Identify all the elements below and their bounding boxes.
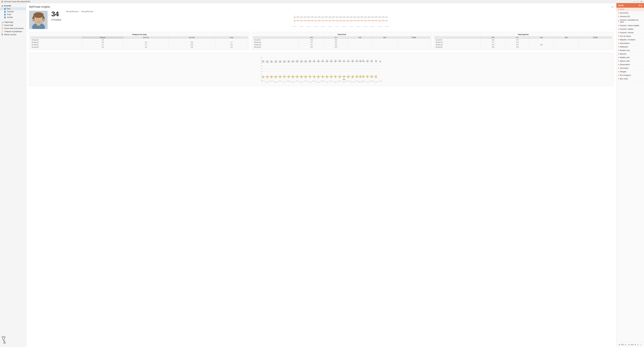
svg-text:75.3: 75.3 — [305, 60, 307, 61]
title-bar-controls[interactable]: — □ ✕ — [632, 0, 643, 2]
nav-bullet — [618, 12, 619, 13]
nav-item-documents[interactable]: Documents — [616, 11, 644, 15]
svg-text:22.3: 22.3 — [262, 77, 264, 78]
nav-label-mesures: Mesures — [620, 53, 626, 55]
nav-item-modele-labo[interactable]: Modèle Labo — [616, 56, 644, 59]
nav-item-vaccination[interactable]: Vaccination — [616, 66, 644, 70]
year-left-next-button[interactable]: ▶ — [625, 344, 627, 346]
svg-text:77.9: 77.9 — [375, 60, 377, 61]
table-row: 23-Sep-22 1.0 — [31, 39, 248, 41]
nav-label-flux: Flux de caisse — [620, 35, 631, 37]
svg-text:23: 23 — [309, 77, 310, 78]
year-right-next-button[interactable]: ▶ — [634, 344, 637, 346]
analyses-icon: 📈 — [2, 30, 4, 32]
svg-point-147 — [352, 61, 353, 62]
svg-point-131 — [318, 61, 319, 62]
svg-point-28 — [326, 16, 327, 17]
svg-point-33 — [344, 16, 345, 18]
nav-label-don-organes: Don d'organes — [620, 74, 631, 76]
blood-hdl-4: 0.9 — [168, 46, 215, 48]
member-name-jennifer: Jennifer — [7, 16, 13, 18]
svg-text:Dec '22: Dec '22 — [351, 81, 354, 83]
year-left-prev-button[interactable]: ◀ — [618, 344, 620, 346]
svg-text:01-Dec-21: 01-Dec-21 — [364, 26, 368, 27]
nav-item-factures-caisse[interactable]: Factures / caisse maladie — [616, 24, 644, 27]
eye-tables: Oeuil droit SPH CYL AXE ADD PRISM — [252, 32, 614, 50]
blood-glucose-1: 1.0 — [82, 39, 123, 41]
svg-text:01-Aug-21: 01-Aug-21 — [335, 26, 339, 27]
svg-point-50 — [308, 20, 309, 21]
nav-item-rendezvous[interactable]: Rendez-vous — [616, 49, 644, 52]
blood-col-trigly: TriGly — [215, 36, 248, 39]
pin-icon[interactable]: 📌 — [636, 4, 638, 6]
nav-item-factures-resume[interactable]: Factures / résumé — [616, 31, 644, 34]
nav-bullet — [618, 29, 619, 29]
svg-point-198 — [339, 76, 340, 77]
svg-text:22.3: 22.3 — [266, 77, 268, 78]
nav-item-observations[interactable]: Observations — [616, 63, 644, 66]
sidebar-item-jennifer[interactable]: 👤 Jennifer — [0, 16, 26, 19]
nav-label-factures-caisse: Factures / caisse maladie — [620, 24, 639, 26]
blood-table-title: Analyses du sang — [31, 33, 248, 35]
svg-text:22.8: 22.8 — [296, 77, 298, 78]
svg-point-23 — [308, 16, 309, 18]
og-col-add: ADD — [554, 36, 579, 39]
table-row: 19-Nov-21-0.6-0.30.0 — [435, 43, 612, 46]
svg-point-26 — [319, 16, 320, 17]
nav-item-valeurs-labo[interactable]: Valeurs Labo — [616, 59, 644, 63]
nav-item-factures-traitees[interactable]: Factures / traitées — [616, 27, 644, 31]
svg-text:Aug '22: Aug '22 — [334, 81, 337, 83]
svg-point-182 — [305, 76, 306, 77]
nav-item-don-organes[interactable]: Don d'organes — [616, 73, 644, 77]
sidebar-nav-rapportage[interactable]: 📊 Rapportage — [0, 20, 26, 24]
sidebar-item-frank[interactable]: 👤 Frank — [0, 13, 26, 16]
nav-item-mesures[interactable]: Mesures — [616, 52, 644, 56]
restore-button[interactable]: □ — [636, 0, 639, 2]
svg-point-214 — [371, 75, 372, 77]
svg-point-155 — [367, 61, 368, 62]
svg-text:01-Jul-21: 01-Jul-21 — [328, 26, 332, 27]
font-size-icon[interactable]: Aa aa — [638, 4, 642, 6]
nav-item-maladies[interactable]: Maladies / Accidents — [616, 38, 644, 42]
svg-point-121 — [296, 61, 298, 62]
svg-point-60 — [344, 20, 345, 21]
nav-item-factures-prest[interactable]: Factures / prestataire de soins — [616, 18, 644, 24]
nav-item-flux[interactable]: Flux de caisse — [616, 34, 644, 38]
nav-item-adresses[interactable]: Adresses [G] — [616, 15, 644, 18]
svg-point-67 — [368, 20, 370, 21]
minimize-button[interactable]: — — [632, 0, 636, 2]
sidebar-nav-export-data-docs[interactable]: 📋 Export data & documents — [0, 27, 26, 30]
svg-point-40 — [368, 16, 370, 17]
svg-text:Jun '23: Jun '23 — [366, 81, 369, 83]
svg-text:01-May-21: 01-May-21 — [314, 26, 318, 27]
nav-item-sante[interactable]: Santé — [616, 8, 644, 11]
sidebar-item-charlotte[interactable]: 👤 Charlotte — [0, 10, 26, 13]
filter-icon[interactable]: ⊟ — [637, 344, 638, 346]
sidebar-nav-analyses[interactable]: 📈 Analyses et graphiques — [0, 30, 26, 33]
table-row: 14-Jul-23-0.8-0.4 — [435, 39, 612, 41]
export-docs-label: Export data & documents — [4, 27, 24, 29]
sidebar-nav-archive[interactable]: 🗄 Afficher l'archive — [0, 33, 26, 36]
nav-item-allergies[interactable]: Allergies — [616, 70, 644, 73]
patient-section: 34 A Positive AvgOffDiastolic AvgOffSyst… — [29, 11, 614, 29]
svg-point-63 — [354, 20, 356, 21]
svg-text:77: 77 — [344, 59, 344, 61]
toolbar-back-icon[interactable]: ↩ — [612, 5, 614, 8]
nav-bullet — [618, 64, 619, 65]
nav-item-bloc-notes[interactable]: Bloc-notes — [616, 77, 644, 81]
svg-text:75.1: 75.1 — [288, 60, 290, 61]
close-button[interactable]: ✕ — [640, 0, 643, 2]
year-right-prev-button[interactable]: ◀ — [628, 344, 630, 346]
svg-point-58 — [336, 20, 338, 21]
sidebar-item-paul[interactable]: 👤 Paul — [0, 7, 26, 10]
nav-bullet — [618, 36, 619, 37]
back-arrow-icon[interactable]: ↩ — [639, 343, 642, 346]
nav-bullet — [618, 9, 619, 10]
svg-text:76.5: 76.5 — [334, 60, 337, 61]
nav-item-interventions[interactable]: Interventions — [616, 42, 644, 45]
svg-point-57 — [333, 20, 334, 21]
svg-point-129 — [314, 61, 315, 62]
svg-text:77.2: 77.2 — [352, 59, 354, 61]
nav-item-medication[interactable]: Médication — [616, 45, 644, 49]
sidebar-nav-export-data[interactable]: 📋 Export data — [0, 24, 26, 27]
